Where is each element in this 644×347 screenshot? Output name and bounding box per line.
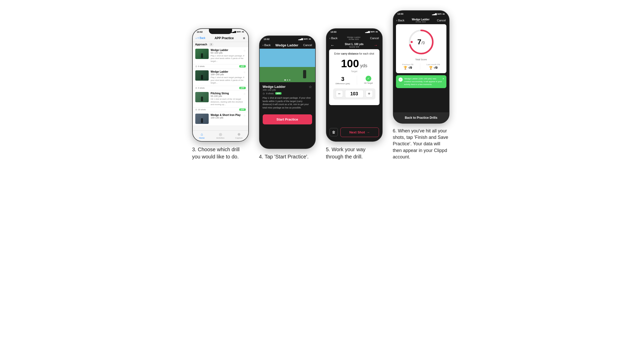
home-label: Home: [199, 137, 205, 139]
delete-btn[interactable]: 🗑: [330, 128, 338, 136]
phone5-cancel-btn[interactable]: Cancel: [370, 37, 379, 40]
signal-icon: ▂▄▆: [231, 31, 236, 33]
drill3-star-icon[interactable]: ☆: [243, 92, 246, 95]
bottom-nav-activities[interactable]: ◎ Activities: [211, 132, 230, 139]
target-display: 100 yds: [332, 58, 376, 69]
bottom-nav-capture[interactable]: ⊕ Capture: [230, 132, 248, 139]
trash-icon: 🗑: [332, 130, 336, 134]
chevron-left-icon: ‹: [196, 37, 197, 40]
phone4-cancel-btn[interactable]: Cancel: [303, 44, 312, 47]
hit-target-icon: ✓: [366, 76, 371, 81]
toast-message: 'Wedge Ladder (100–140 yds)' was created…: [404, 77, 444, 86]
last-month-pb-value: -/9: [434, 66, 437, 70]
phones-container: 13:02 ▂▄▆ WiFi 46 ‹ < Back APP Practice …: [192, 10, 452, 160]
phone5-nav-date: 06 Mar 2023: [347, 38, 360, 40]
drill2-yds: 100–140 yds: [211, 73, 246, 76]
shot-stats-row: 3 Difference (yds) ✓ Hit Target: [332, 76, 376, 85]
phone3-menu-btn[interactable]: ≡: [243, 36, 245, 40]
phone3-back-btn[interactable]: ‹ < Back: [196, 37, 206, 40]
target-unit: yds: [360, 63, 367, 68]
phone6-back-btn[interactable]: ‹ Back: [396, 19, 404, 22]
battery4-icon: 46: [309, 38, 311, 40]
shot-info: Shot 1, 100 yds Score 5/9: [345, 43, 364, 48]
battery-icon: 46: [242, 31, 244, 33]
drill2-shots: ◷ 9 shots: [195, 87, 205, 89]
phone4-drill-yds: 100–140 yds: [263, 89, 286, 91]
drill-item-1[interactable]: Wedge Ladder 50–100 yds Play 1 shot at e…: [193, 47, 248, 69]
drill-item-2[interactable]: Wedge Ladder 100–140 yds Play 1 shot at …: [193, 69, 248, 90]
next-shot-btn[interactable]: Next Shot →: [340, 128, 379, 137]
activities-icon: ◎: [219, 132, 222, 136]
trophy2-icon: 🏆: [429, 66, 433, 70]
battery5-icon: 46: [376, 31, 378, 33]
phone5-section: 13:03 ▂▄▆ WiFi 46 ‹ Back Wedge Ladder 06…: [326, 28, 385, 160]
toast-close-btn[interactable]: ✕: [442, 77, 444, 80]
home-icon: ⌂: [201, 132, 203, 136]
previous-pb-label: Previous PB: [402, 63, 413, 66]
drill-item-4[interactable]: Wedge & Short Iron Play 100-140 yds ☆: [193, 112, 248, 126]
phone3-caption: 3. Choose which drill you would like to …: [192, 146, 249, 160]
phone4-drill-title: Wedge Ladder: [263, 85, 286, 89]
drill2-thumb: [195, 70, 209, 81]
drill4-star-icon[interactable]: ☆: [243, 114, 246, 117]
drill2-star-icon[interactable]: ☆: [243, 71, 246, 74]
drill-item-3[interactable]: Pitching String 55-100 yds Hit 1 shot at…: [193, 90, 248, 112]
prev-shot-btn[interactable]: ←: [331, 43, 335, 48]
phone6-nav-subtitle: Wedge Ladder: [412, 18, 430, 21]
drill3-info: Pitching String 55-100 yds Hit 1 shot at…: [211, 92, 246, 106]
decrement-btn[interactable]: −: [336, 90, 343, 97]
drill3-shots: ◷ 10 shots: [195, 108, 206, 111]
drill1-badge: APP: [239, 65, 245, 67]
total-score-label: Total Score: [399, 58, 443, 61]
drill1-star-icon[interactable]: ☆: [243, 49, 246, 52]
phone6-status-icons: ▂▄▆ WiFi 46: [432, 13, 445, 15]
phone3-category-label: Approach: [195, 43, 207, 46]
last-month-pb-label: Last month PB: [427, 63, 440, 66]
trophy1-icon: 🏆: [403, 66, 407, 70]
back-to-drills-btn[interactable]: Back to Practice Drills: [393, 112, 449, 123]
activities-label: Activities: [216, 137, 225, 139]
phone6-caption: 6. When you've hit all your shots, tap '…: [393, 128, 449, 160]
drill4-info: Wedge & Short Iron Play 100-140 yds: [211, 114, 246, 119]
phone4-status-icons: ▂▄▆ WiFi 46: [298, 38, 311, 40]
score-value: 7: [417, 38, 421, 46]
wifi4-icon: WiFi: [304, 38, 308, 40]
shot-distance-input[interactable]: 103: [345, 90, 364, 98]
phone6-nav-date: 06 Mar 2023: [412, 21, 430, 23]
phone4-content: ‹ Back Wedge Ladder Cancel: [260, 42, 315, 148]
phone5-status-icons: ▂▄▆ WiFi 46: [365, 31, 378, 33]
next-shot-nav-btn[interactable]: →: [374, 43, 378, 48]
increment-btn[interactable]: +: [366, 90, 373, 97]
drill4-yds: 100-140 yds: [211, 116, 246, 119]
phone4-badge: APP: [275, 92, 281, 95]
phone4-drill-card: Wedge Ladder 100–140 yds ☆ ◷ 9 shots APP…: [260, 82, 315, 112]
capture-icon: ⊕: [237, 132, 241, 136]
next-shot-label: Next Shot: [349, 130, 365, 134]
phone3-category-tag: Approach 7: [193, 42, 248, 47]
phone3-nav: ‹ < Back APP Practice ≡: [193, 35, 248, 42]
drill3-thumb: [195, 92, 209, 102]
clock2-icon: ◷: [195, 87, 197, 89]
phone4-frame: 13:02 ▂▄▆ WiFi 46 ‹ Back Wedge Ladder Ca…: [259, 36, 316, 149]
drill2-info: Wedge Ladder 100–140 yds Play 1 shot at …: [211, 70, 246, 84]
bottom-nav-home[interactable]: ⌂ Home: [193, 132, 211, 139]
phone4-star-icon[interactable]: ☆: [309, 85, 312, 89]
previous-pb-value: -/9: [408, 66, 412, 70]
drill3-desc: Hit 1 shot at each of the 10 target dist…: [211, 98, 246, 106]
drill1-yds: 50–100 yds: [211, 52, 246, 54]
phone4-start-btn[interactable]: Start Practice: [263, 114, 312, 124]
battery6-icon: 46: [443, 13, 445, 15]
shot-label: Shot 1, 100 yds: [345, 43, 364, 46]
phone5-back-btn[interactable]: ‹ Back: [330, 37, 338, 40]
phone4-back-btn[interactable]: ‹ Back: [263, 44, 271, 47]
phone6-score-card: 7/9 Total Score Previous PB 🏆 -/9: [396, 24, 446, 73]
drill2-badge: APP: [239, 87, 245, 89]
phone5-nav-subtitle: Wedge Ladder: [347, 36, 360, 38]
phone5-content: ‹ Back Wedge Ladder 06 Mar 2023 Cancel ←…: [327, 35, 382, 141]
phone6-cancel-btn[interactable]: Cancel: [437, 19, 446, 22]
phone4-notch: [276, 36, 299, 41]
phone3-frame: 13:02 ▂▄▆ WiFi 46 ‹ < Back APP Practice …: [192, 28, 249, 142]
phone3-notch: [209, 29, 232, 34]
drill4-thumb: [195, 114, 209, 124]
phone5-nav: ‹ Back Wedge Ladder 06 Mar 2023 Cancel: [327, 35, 382, 42]
